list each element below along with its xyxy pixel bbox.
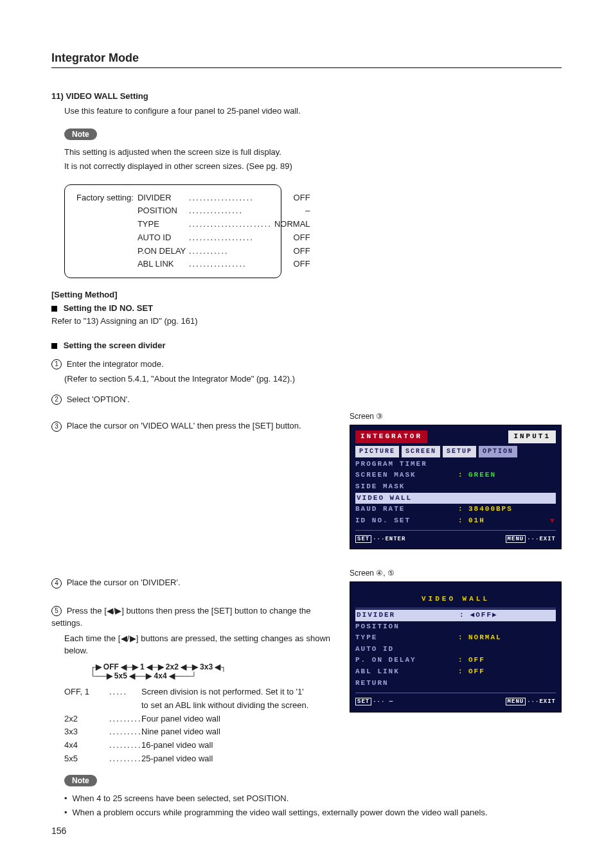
osd-row-label: RETURN [355,678,458,689]
circled-number-icon: 5 [51,606,62,616]
osd-row-value: GREEN [468,470,496,481]
page: Integrator Mode 11) VIDEO WALL Setting U… [0,0,613,855]
square-bullet-icon [51,306,57,312]
factory-val: OFF [291,191,310,205]
step-4: 4 Place the cursor on 'DIVIDER'. [51,576,330,589]
osd-title-left: INTEGRATOR [355,430,427,443]
step-text: Press the [◀/▶] buttons then press the [… [51,606,311,628]
intro-text: Use this feature to configure a four pan… [64,105,562,118]
osd-row-value: 01H [468,515,485,527]
cycle-line: 5x5 ◀──▶ 4x4 [114,671,167,680]
def-val: Screen division is not performed. Set it… [141,686,304,699]
factory-key: ABL LINK [138,258,189,271]
osd-footer-right: MENU···EXIT [506,535,556,544]
osd-tab: PICTURE [355,446,399,457]
osd-title-right: INPUT1 [508,430,556,443]
osd-row-label-highlighted: VIDEO WALL [357,493,459,504]
definitions-list: OFF, 1.....Screen division is not perfor… [64,686,330,766]
osd-row-value: OFF [468,666,485,678]
factory-key: TYPE [138,218,189,231]
note-bullet: When a problem occurs while programming … [64,806,562,819]
osd-row-value: OFF [468,655,485,666]
step-text: Place the cursor on 'DIVIDER'. [67,578,181,587]
step-3: 3 Place the cursor on 'VIDEO WALL' then … [51,420,330,432]
osd-row-label: POSITION [355,621,458,633]
factory-key: POSITION [138,204,189,218]
note-bullet: When 4 to 25 screens have been selected,… [64,792,562,805]
note-line: This setting is adjusted when the screen… [64,146,562,159]
osd-title: VIDEO WALL [355,594,556,605]
step-text: Enter the integrator mode. [67,359,164,369]
note-badge: Note [64,775,97,786]
def-val: Nine panel video wall [141,725,220,739]
factory-val: OFF [291,245,310,258]
note-badge: Note [64,128,97,140]
subsection-heading: 11) VIDEO WALL Setting [51,91,562,101]
osd-row-label: SIDE MASK [355,481,458,493]
def-key: 4x4 [64,739,109,752]
osd-row-label: SCREEN MASK [355,470,458,481]
step-2: 2 Select 'OPTION'. [51,393,562,406]
divider-heading: Setting the screen divider [64,341,166,350]
osd-tab: SETUP [443,446,476,457]
factory-key: AUTO ID [138,231,189,245]
step-text: (Refer to section 5.4.1, "About the Inte… [64,373,562,385]
idno-heading: Setting the ID NO. SET [64,303,153,313]
osd-row-label: AUTO ID [355,644,458,655]
osd-row-label: ABL LINK [355,666,458,678]
square-bullet-icon [51,343,57,349]
setting-method-heading: [Setting Method] [51,290,562,299]
cycle-diagram: ┌▶ OFF ◀─▶ 1 ◀─▶ 2x2 ◀─▶ 3x3 ◀┐ └──▶ 5x5… [90,662,330,680]
factory-key: P.ON DELAY [138,245,189,258]
circled-number-icon: 2 [51,394,62,405]
step-text: Place the cursor on 'VIDEO WALL' then pr… [67,421,301,430]
def-key: 2x2 [64,713,109,726]
factory-val: – [303,204,310,218]
idno-text: Refer to "13) Assigning an ID" (pg. 161) [51,315,562,328]
section-title: Integrator Mode [51,51,562,68]
factory-prefix: Factory setting: [76,191,134,272]
osd-row-value: NORMAL [468,632,502,644]
screen-label: Screen ③ [350,412,562,421]
circled-number-icon: 4 [51,578,62,589]
def-key: 5x5 [64,752,109,766]
note-line: It is not correctly displayed in other s… [64,160,562,173]
circled-number-icon: 1 [51,359,62,369]
arrow-down-icon: ▼ [550,515,556,527]
step-5: 5 Press the [◀/▶] buttons then press the… [51,605,330,630]
osd-row-label: ID NO. SET [355,515,458,527]
def-val: 25-panel video wall [141,752,213,766]
page-number: 156 [51,826,562,836]
cycle-line: OFF ◀─▶ 1 ◀─▶ 2x2 ◀─▶ 3x3 [103,662,213,671]
osd-footer-left: SETSET···ENTER···ENTER [355,535,405,544]
factory-val: NORMAL [272,218,310,231]
osd-screen-3: INTEGRATOR INPUT1 PICTURE SCREEN SETUP O… [350,425,562,549]
step-text: Each time the [◀/▶] buttons are pressed,… [64,632,330,657]
factory-settings-box: Factory setting: DIVIDER................… [64,184,281,279]
osd-tab-active: OPTION [479,446,517,457]
def-val: to set an ABL link without dividing the … [141,699,330,713]
step-1: 1 Enter the integrator mode. [51,358,562,371]
osd-row-label: P. ON DELAY [355,655,458,666]
screen-label: Screen ④, ⑤ [350,569,562,578]
def-val: Four panel video wall [141,713,220,726]
factory-val: OFF [291,231,310,245]
osd-row-label-highlighted: DIVIDER [357,610,459,621]
osd-row-value: ◀OFF▶ [470,610,498,621]
osd-row-value: 38400BPS [468,504,513,515]
def-key: OFF, 1 [64,686,109,699]
osd-tab: SCREEN [402,446,440,457]
osd-footer-right: MENU···EXIT [506,697,556,706]
osd-row-label: BAUD RATE [355,504,458,515]
factory-key: DIVIDER [138,191,189,205]
circled-number-icon: 3 [51,421,62,432]
def-key: 3x3 [64,725,109,739]
factory-val: OFF [291,258,310,271]
osd-footer-left: SET··· — [355,697,393,706]
osd-screen-45: VIDEO WALL DIVIDER:◀OFF▶ POSITION TYPE:N… [350,581,562,712]
def-val: 16-panel video wall [141,739,213,752]
osd-row-label: TYPE [355,632,458,644]
step-text: Select 'OPTION'. [67,394,130,404]
osd-row-label: PROGRAM TIMER [355,459,458,470]
